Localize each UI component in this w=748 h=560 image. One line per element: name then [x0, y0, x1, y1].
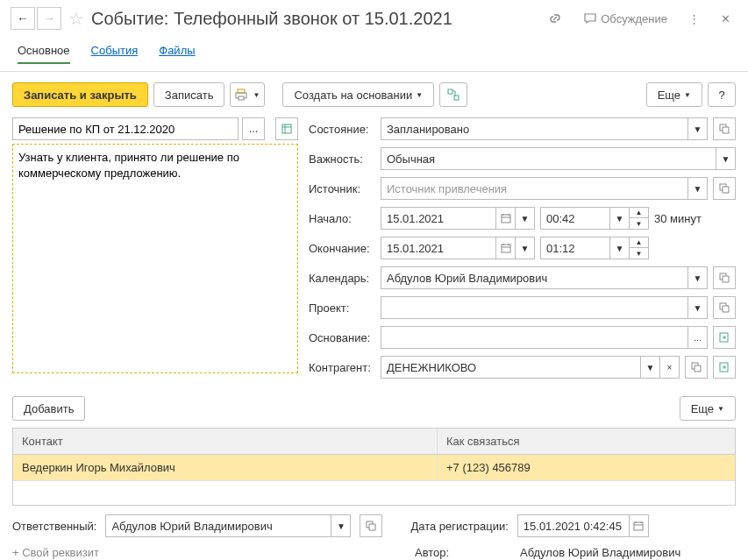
begin-date-dropdown[interactable]: ▼: [516, 207, 535, 230]
end-date-input[interactable]: 15.01.2021: [381, 237, 496, 259]
basis-ellipsis[interactable]: ...: [688, 326, 708, 349]
description-textarea[interactable]: [12, 144, 298, 373]
tab-files[interactable]: Файлы: [159, 44, 195, 64]
more-button[interactable]: Еще ▼: [646, 82, 702, 107]
basis-input[interactable]: [381, 326, 688, 349]
counterparty-label: Контрагент:: [309, 361, 375, 374]
counterparty-open-button[interactable]: [685, 356, 708, 379]
source-label: Источник:: [309, 182, 375, 195]
calendar-open-button[interactable]: [713, 266, 736, 289]
subject-input[interactable]: [12, 117, 239, 140]
begin-date-input[interactable]: 15.01.2021: [381, 207, 496, 230]
svg-rect-5: [282, 124, 291, 133]
close-button[interactable]: ✕: [714, 9, 737, 29]
basis-label: Основание:: [309, 331, 375, 344]
svg-rect-0: [238, 89, 245, 93]
contact-header[interactable]: Контакт: [13, 429, 438, 454]
calendar-dropdown[interactable]: ▼: [688, 266, 708, 289]
importance-label: Важность:: [309, 152, 375, 166]
project-label: Проект:: [309, 301, 375, 315]
tab-events[interactable]: События: [91, 44, 139, 64]
counterparty-dropdown[interactable]: ▼: [641, 356, 660, 379]
end-time-down[interactable]: ▼: [630, 248, 649, 259]
back-button[interactable]: ←: [11, 7, 35, 30]
state-label: Состояние:: [309, 123, 375, 136]
begin-time-input[interactable]: 00:42: [540, 207, 610, 230]
howto-header[interactable]: Как связаться: [438, 429, 735, 454]
svg-rect-8: [502, 215, 510, 223]
counterparty-input[interactable]: ДЕНЕЖНИКОВО: [381, 356, 641, 379]
template-button[interactable]: [275, 117, 298, 140]
contact-name-cell: Ведеркин Игорь Михайлович: [13, 455, 438, 480]
regdate-input[interactable]: 15.01.2021 0:42:45: [517, 514, 630, 537]
svg-rect-16: [634, 522, 643, 530]
state-dropdown[interactable]: ▼: [688, 117, 708, 140]
project-input[interactable]: [381, 296, 688, 319]
save-button[interactable]: Записать: [153, 82, 225, 107]
svg-rect-2: [239, 96, 244, 100]
author-value: Абдулов Юрий Владимирович: [520, 546, 680, 559]
counterparty-add-button[interactable]: [713, 356, 736, 379]
regdate-calendar[interactable]: [630, 514, 649, 537]
begin-label: Начало:: [309, 212, 375, 225]
responsible-dropdown[interactable]: ▼: [331, 514, 351, 537]
begin-date-calendar[interactable]: [496, 207, 516, 230]
end-label: Окончание:: [309, 242, 375, 255]
source-dropdown[interactable]: ▼: [688, 177, 708, 200]
svg-rect-9: [502, 245, 510, 252]
contacts-more-button[interactable]: Еще▼: [680, 396, 736, 421]
calendar-input[interactable]: Абдулов Юрий Владимирович: [381, 266, 688, 289]
add-attribute-link[interactable]: + Свой реквизит: [12, 546, 99, 559]
help-button[interactable]: ?: [708, 82, 736, 107]
duration-text: 30 минут: [654, 212, 702, 225]
tab-main[interactable]: Основное: [18, 44, 70, 64]
importance-dropdown[interactable]: ▼: [716, 147, 736, 170]
state-input[interactable]: Запланировано: [381, 117, 688, 140]
end-time-input[interactable]: 01:12: [540, 237, 610, 259]
basis-add-button[interactable]: [713, 326, 736, 349]
favorite-icon[interactable]: ☆: [68, 8, 84, 29]
project-dropdown[interactable]: ▼: [688, 296, 708, 319]
begin-time-dropdown[interactable]: ▼: [610, 207, 630, 230]
discussion-button[interactable]: Обсуждение: [576, 8, 674, 29]
table-row[interactable]: Ведеркин Игорь Михайлович +7 (123) 45678…: [13, 455, 735, 480]
print-button[interactable]: ▼: [230, 82, 265, 107]
source-input[interactable]: Источник привлечения: [381, 177, 688, 200]
link-icon[interactable]: [541, 8, 569, 29]
table-empty-row: [13, 480, 735, 505]
state-open-button[interactable]: [713, 117, 736, 140]
project-open-button[interactable]: [713, 296, 736, 319]
add-contact-button[interactable]: Добавить: [12, 396, 85, 421]
structure-button[interactable]: [439, 82, 467, 107]
more-menu-icon[interactable]: ⋮: [681, 9, 707, 29]
end-date-dropdown[interactable]: ▼: [516, 237, 535, 259]
save-and-close-button[interactable]: Записать и закрыть: [12, 82, 148, 107]
regdate-label: Дата регистрации:: [410, 520, 508, 533]
responsible-open-button[interactable]: [360, 514, 382, 537]
responsible-input[interactable]: Абдулов Юрий Владимирович: [105, 514, 331, 537]
counterparty-clear[interactable]: ×: [660, 356, 680, 379]
create-based-on-button[interactable]: Создать на основании ▼: [282, 82, 434, 107]
end-time-up[interactable]: ▲: [630, 237, 649, 248]
begin-time-up[interactable]: ▲: [630, 207, 649, 218]
source-open-button[interactable]: [713, 177, 736, 200]
author-label: Автор:: [415, 546, 511, 559]
subject-ellipsis-button[interactable]: ...: [242, 117, 265, 140]
page-title: Событие: Телефонный звонок от 15.01.2021: [91, 9, 534, 29]
calendar-label: Календарь:: [309, 272, 375, 285]
importance-input[interactable]: Обычная: [381, 147, 716, 170]
discussion-label: Обсуждение: [601, 12, 667, 25]
forward-button[interactable]: →: [37, 7, 61, 30]
begin-time-down[interactable]: ▼: [630, 218, 649, 230]
contact-phone-cell: +7 (123) 456789: [438, 455, 735, 480]
responsible-label: Ответственный:: [12, 520, 96, 533]
end-time-dropdown[interactable]: ▼: [610, 237, 630, 259]
end-date-calendar[interactable]: [496, 237, 516, 259]
svg-rect-3: [448, 89, 452, 94]
contacts-table: Контакт Как связаться Ведеркин Игорь Мих…: [12, 428, 736, 506]
